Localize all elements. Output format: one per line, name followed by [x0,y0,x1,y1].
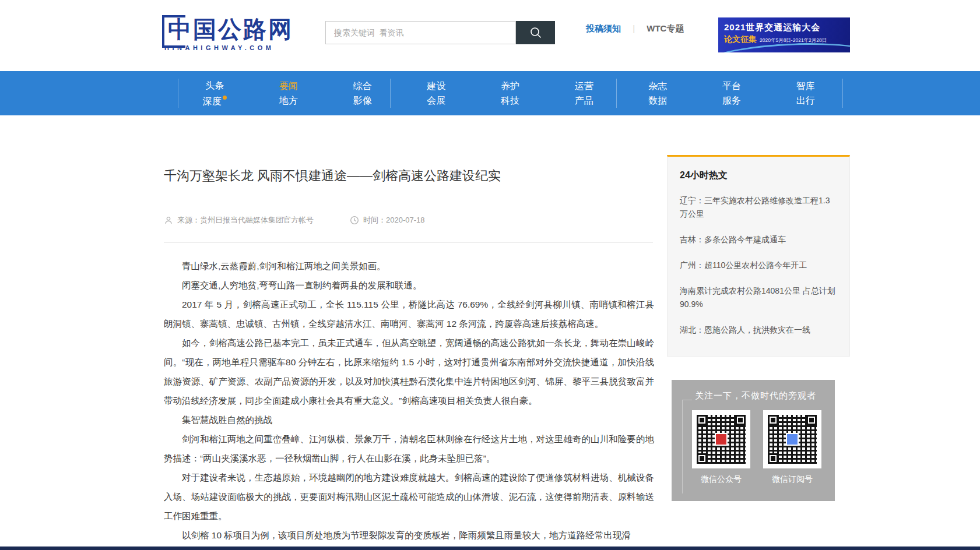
hot-article-link[interactable]: 广州：超110公里农村公路今年开工 [680,259,837,272]
nav-item-keji[interactable]: 科技 [501,96,519,105]
nav-item-yaowen-active[interactable]: 要闻 [279,82,298,91]
qr-finder-icon [697,453,707,464]
hot-article-link[interactable]: 湖北：恩施公路人，抗洪救灾在一线 [680,323,837,337]
article-subheading: 集智慧战胜自然的挑战 [164,410,654,429]
wechat-official-qr-code [692,410,750,468]
nav-item-chuxing[interactable]: 出行 [796,96,815,105]
qr-finder-icon [806,415,817,425]
main-navigation: 头条 深度 要闻 地方 综合 影像 建设 会展 养护 科技 运营 产品 [0,71,980,115]
meta-divider [164,242,653,243]
nav-item-zonghe[interactable]: 综合 [353,82,372,91]
nav-item-chanpin[interactable]: 产品 [575,96,593,105]
nav-item-jianshe[interactable]: 建设 [427,82,445,91]
header-links: 投稿须知 | WTC专题 [586,23,684,34]
qr-center-logo [715,433,728,446]
hot-article-link[interactable]: 吉林：多条公路今年建成通车 [680,233,837,246]
wechat-follow-heading: 关注一下，不做时代的旁观者 [695,390,816,401]
nav-col-magazine: 杂志 数据 [621,71,695,115]
article-time-text: 时间：2020-07-18 [363,215,425,225]
wtc-topic-link[interactable]: WTC专题 [647,23,684,33]
qr-center-logo [786,433,799,446]
wechat-subscription-label: 微信订阅号 [763,474,821,485]
hot-article-link[interactable]: 海南累计完成农村公路14081公里 占总计划90.9% [680,284,837,311]
nav-divider [842,79,843,108]
nav-col-operation: 运营 产品 [547,71,621,115]
qr-finder-icon [768,415,778,425]
qr-finder-icon [735,415,746,425]
site-logo[interactable]: 中国公路网 HINAHIGHWAY.COM [162,16,293,51]
nav-item-yanghu[interactable]: 养护 [501,82,519,91]
article-meta: 来源：贵州日报当代融媒体集团官方帐号 时间：2020-07-18 [164,215,425,225]
nav-item-shendu[interactable]: 深度 [203,96,227,106]
nav-item-pingtai[interactable]: 平台 [722,82,741,91]
nav-item-shuju[interactable]: 数据 [648,96,667,105]
nav-item-yunying[interactable]: 运营 [575,82,593,91]
corner-bracket-decoration [682,400,692,493]
qr-finder-icon [697,415,707,425]
article-source: 来源：贵州日报当代融媒体集团官方帐号 [164,215,314,225]
article-paragraph: 闭塞交通,人穷地贫,弯弯山路一直制约着两县的发展和联通。 [164,276,654,295]
clock-icon [350,216,359,225]
article-paragraph: 如今，剑榕高速公路已基本完工，虽未正式通车，但从高空眺望，宽阔通畅的高速公路犹如… [164,333,654,410]
nav-item-difang[interactable]: 地方 [279,96,298,105]
article-title: 千沟万壑架长龙 风雨不惧建通途——剑榕高速公路建设纪实 [164,167,656,185]
banner-title: 2021世界交通运输大会 [724,22,850,33]
nav-item-zhiku[interactable]: 智库 [796,82,815,91]
article-paragraph: 以剑榕 10 标项目为例，该项目所处地质为节理裂隙发育的变质板岩，降雨频繁且雨量… [164,526,654,545]
search-bar [325,21,555,44]
article-source-text: 来源：贵州日报当代融媒体集团官方帐号 [177,215,314,225]
search-button[interactable] [516,21,555,44]
article-paragraph: 剑河和榕江两地之间重峦叠嶂、江河纵横、景象万千，清朝名臣林则徐在行经这片土地，对… [164,429,654,468]
nav-col-thinktank: 智库 出行 [768,71,842,115]
page-bottom-bar [0,547,980,550]
search-icon [529,26,543,40]
article-paragraph: 2017 年 5 月，剑榕高速正式动工，全长 115.115 公里，桥隧比高达 … [164,295,654,333]
nav-item-fuwu[interactable]: 服务 [722,96,741,105]
site-header: 中国公路网 HINAHIGHWAY.COM 投稿须知 | WTC专题 2021世… [0,0,980,71]
new-dot-icon [223,96,227,100]
article-time: 时间：2020-07-18 [350,215,425,225]
wechat-official-label: 微信公众号 [692,474,750,485]
qr-code-image [697,415,746,464]
hot-articles-panel: 24小时热文 辽宁：三年实施农村公路维修改造工程1.3万公里 吉林：多条公路今年… [667,155,850,357]
nav-col-news: 要闻 地方 [252,71,326,115]
hot-article-link[interactable]: 辽宁：三年实施农村公路维修改造工程1.3万公里 [680,194,837,221]
logo-bracket-icon [162,15,185,48]
banner-call-for-papers: 论文征集 [724,34,757,45]
article-paragraph: 对于建设者来说，生态越原始，环境越幽闭的地方建设难度就越大。剑榕高速的建设除了便… [164,468,654,526]
submission-notice-link[interactable]: 投稿须知 [586,23,621,33]
nav-col-general: 综合 影像 [325,71,399,115]
wtc-conference-banner[interactable]: 2021世界交通运输大会 论文征集 2020年5月8日-2021年2月28日 [718,17,850,52]
page: 中国公路网 HINAHIGHWAY.COM 投稿须知 | WTC专题 2021世… [0,0,980,550]
hot-articles-title: 24小时热文 [680,170,837,182]
nav-col-headlines: 头条 深度 [178,71,252,115]
nav-item-huizhan[interactable]: 会展 [427,96,445,105]
nav-item-yingxiang[interactable]: 影像 [353,96,372,105]
nav-col-platform: 平台 服务 [695,71,769,115]
nav-col-maintenance: 养护 科技 [473,71,547,115]
article-body: 青山绿水,云蒸霞蔚,剑河和榕江两地之间美景如画。 闭塞交通,人穷地贫,弯弯山路一… [164,256,654,545]
wechat-subscription-qr-code [763,410,821,468]
nav-item-toutiao[interactable]: 头条 [205,81,224,90]
link-separator: | [633,23,635,33]
nav-col-construction: 建设 会展 [399,71,473,115]
search-input[interactable] [325,21,516,44]
article-paragraph: 青山绿水,云蒸霞蔚,剑河和榕江两地之间美景如画。 [164,256,654,276]
nav-item-zazhi[interactable]: 杂志 [648,82,667,91]
logo-text: 中国公路网 [168,16,293,42]
qr-finder-icon [768,453,778,464]
user-icon [164,216,173,225]
wechat-follow-panel: 关注一下，不做时代的旁观者 微信公众号 微信订阅号 [672,380,835,501]
qr-code-image [768,415,817,464]
